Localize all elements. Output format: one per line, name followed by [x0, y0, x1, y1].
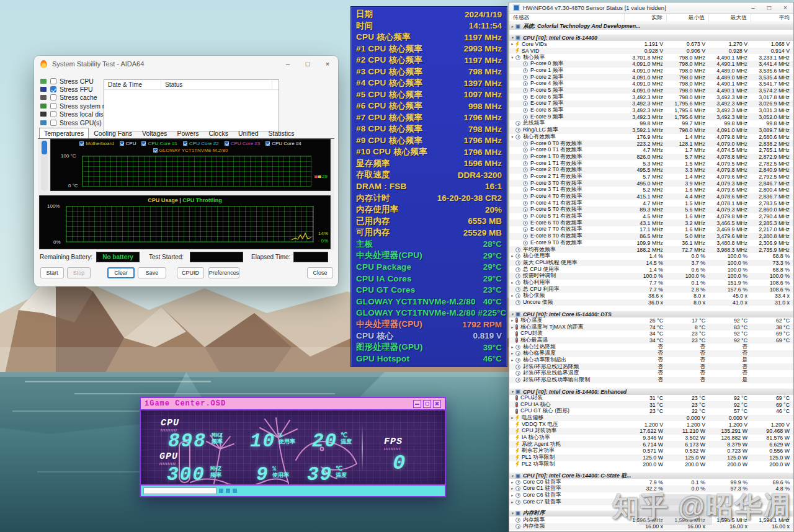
igame-progress-box[interactable] — [143, 487, 216, 494]
collapse-icon[interactable]: ▾ — [509, 55, 515, 60]
clock-icon — [523, 88, 528, 93]
collapse-icon[interactable]: ▾ — [509, 389, 515, 394]
value-min: 798.0 MHz — [667, 68, 709, 74]
column-average[interactable]: 平均 — [751, 14, 793, 22]
preferences-button[interactable]: Preferences — [208, 267, 239, 278]
expand-icon[interactable]: ▸ — [509, 42, 515, 47]
lightning-icon — [515, 441, 519, 447]
osd-row-value: 25°C — [488, 308, 506, 317]
column-minimum[interactable]: 最小值 — [667, 14, 709, 22]
expand-icon[interactable]: ▸ — [509, 480, 515, 485]
igame-footer-dot[interactable] — [233, 489, 237, 493]
stress-checkbox[interactable] — [50, 111, 56, 117]
save-button[interactable]: Save — [138, 267, 166, 278]
expand-icon[interactable]: ▸ — [509, 345, 515, 350]
expand-icon[interactable]: ▸ — [509, 486, 515, 491]
igame-minimize-icon[interactable] — [413, 400, 421, 408]
maximize-button[interactable]: □ — [303, 60, 312, 68]
osd-row-value: 29°C — [483, 274, 502, 283]
legend-checkbox[interactable] — [265, 141, 270, 146]
graph-scrollbar[interactable] — [41, 140, 48, 191]
igame-body: CPU ////////// 898 MHZ频率 10 %使用率 20 ℃温度 … — [141, 410, 445, 484]
collapse-icon[interactable]: ▾ — [509, 474, 515, 479]
expand-icon[interactable]: ▸ — [509, 318, 515, 323]
igame-maximize-icon[interactable] — [423, 400, 431, 408]
legend-checkbox[interactable] — [225, 141, 229, 146]
maximize-button[interactable]: □ — [765, 4, 774, 11]
close-button[interactable]: Close — [307, 267, 333, 278]
expand-icon[interactable]: ▸ — [509, 293, 515, 298]
stress-checkbox[interactable] — [50, 94, 56, 100]
value-max: 135.291 W — [709, 428, 751, 434]
cpuid-button[interactable]: CPUID — [177, 267, 204, 278]
expand-icon[interactable]: ▸ — [509, 325, 515, 330]
table-row[interactable]: Uncore 倍频36.0 x8.0 x41.0 x31.0 x — [509, 299, 793, 306]
clock-icon — [523, 241, 528, 246]
legend-checkbox[interactable] — [183, 141, 187, 146]
start-button[interactable]: Start — [40, 267, 64, 278]
expand-icon[interactable]: ▸ — [509, 351, 515, 356]
column-date-time[interactable]: Date & Time — [104, 80, 161, 89]
osd-row-label: CPU IA Cores — [356, 274, 412, 283]
collapse-icon[interactable]: ▾ — [509, 135, 515, 140]
igame-footer-dot[interactable] — [219, 489, 223, 493]
table-row[interactable]: PL2 功率限制200.0 W200.0 W200.0 W200.0 W — [509, 461, 793, 468]
column-sensor[interactable]: 传感器 — [509, 14, 625, 22]
expand-icon[interactable]: ▸ — [509, 500, 515, 505]
aida64-titlebar[interactable]: System Stability Test - AIDA64 – □ × — [34, 56, 338, 72]
results-listbox[interactable]: Date & Time Status — [104, 79, 279, 131]
expand-icon[interactable]: ▸ — [509, 254, 515, 259]
table-row[interactable]: 封装/环形总线功率输出限制否否是 — [509, 377, 793, 384]
osd-row-label: #6 CPU 核心频率 — [356, 100, 422, 112]
minimize-button[interactable]: – — [283, 60, 292, 68]
stress-checkbox[interactable] — [50, 86, 56, 92]
stress-checkbox[interactable] — [50, 103, 56, 109]
status-fields-row: Remaining Battery: No battery Test Start… — [34, 252, 338, 263]
legend-checkbox[interactable] — [79, 141, 84, 146]
expand-icon[interactable]: ▸ — [509, 24, 515, 29]
value-max: 0.000 V — [709, 415, 751, 421]
table-row[interactable]: ▸Core VIDs1.191 V0.673 V1.270 V1.068 V — [509, 41, 793, 48]
hwinfo-titlebar[interactable]: HWiNFO64 v7.30-4870 Sensor Status [1 val… — [509, 2, 793, 14]
clear-button[interactable]: Clear — [107, 267, 135, 278]
expand-icon[interactable]: ▸ — [509, 493, 515, 498]
igame-titlebar[interactable]: iGame Center.OSD — [141, 398, 445, 410]
expand-icon[interactable]: ▸ — [509, 358, 515, 363]
collapse-icon[interactable]: ▾ — [509, 312, 515, 317]
stress-checkbox[interactable] — [50, 120, 56, 126]
collapse-icon[interactable]: ▾ — [509, 511, 515, 516]
value-current: 17.622 W — [625, 428, 667, 434]
expand-icon[interactable]: ▸ — [509, 415, 515, 420]
sensor-section-header[interactable]: ▾CPU [#0]: Intel Core i5-14400 — [509, 34, 793, 41]
graph-scrollbar-thumb[interactable] — [42, 141, 47, 154]
collapse-icon[interactable]: ▾ — [509, 35, 515, 40]
osd-row: CPU GT Cores23°C — [356, 284, 502, 296]
column-status[interactable]: Status — [161, 80, 272, 89]
osd-row-value: 2993 MHz — [463, 44, 502, 53]
clock-icon — [515, 524, 520, 529]
expand-icon[interactable]: ▸ — [509, 280, 515, 285]
stress-checkbox[interactable] — [50, 78, 56, 84]
minimize-button[interactable]: – — [749, 4, 757, 11]
close-icon[interactable]: × — [323, 60, 332, 68]
igame-close-icon[interactable] — [433, 400, 441, 408]
igame-footer — [141, 484, 445, 496]
legend-checkbox[interactable] — [141, 141, 146, 146]
close-icon[interactable]: × — [781, 4, 790, 11]
value-min: 1.200 V — [667, 422, 709, 428]
value-avg: 33.4 x — [751, 293, 793, 299]
clock-icon — [515, 280, 520, 285]
clock-icon — [515, 267, 520, 272]
legend-checkbox[interactable] — [120, 141, 124, 146]
igame-footer-dot[interactable] — [226, 489, 230, 493]
column-maximum[interactable]: 最大值 — [709, 14, 751, 22]
igame-divider — [362, 424, 363, 472]
sensor-section-header[interactable]: ▸系统: Colorful Technology And Developmen.… — [509, 23, 793, 30]
temp-y-min-label: 0 °C — [68, 183, 78, 188]
legend-checkbox[interactable] — [153, 148, 158, 153]
value-avg: 2,280.8 MHz — [751, 233, 793, 239]
value-min: 22 °C — [667, 408, 709, 414]
value-avg: 69.6 % — [751, 479, 793, 485]
value-max: 4,490.1 MHz — [709, 87, 751, 94]
column-current[interactable]: 实际 — [625, 14, 667, 22]
